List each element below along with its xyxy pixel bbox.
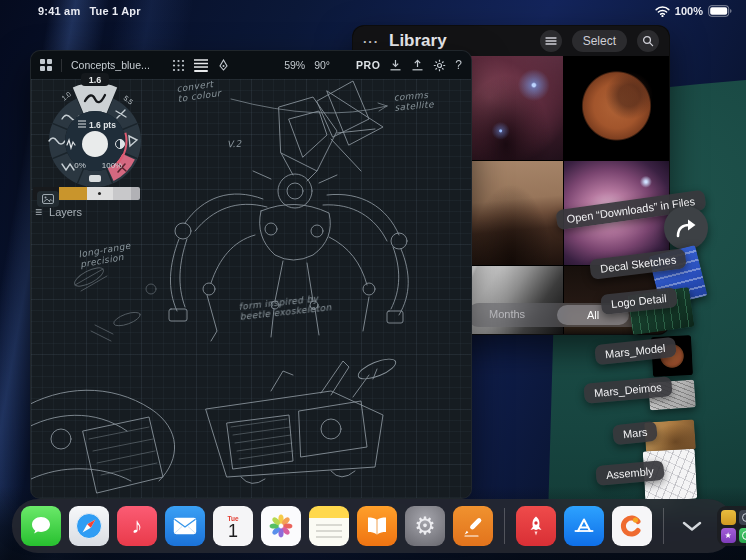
concepts-app-window: convertto colour commssatellite V.2 long…	[30, 50, 472, 499]
dock-divider	[504, 508, 505, 544]
library-title: Library	[389, 31, 447, 51]
safari-compass-icon	[74, 511, 104, 541]
photo-mars-globe[interactable]	[564, 56, 669, 160]
c-swirl-icon	[619, 513, 645, 539]
layers-panel-toggle[interactable]	[194, 59, 208, 72]
dock-app-settings[interactable]: ⚙	[405, 506, 445, 546]
annotation-version: V.2	[227, 138, 242, 149]
dock-app-rocket[interactable]	[516, 506, 556, 546]
right-tool-size: 5.5	[122, 94, 134, 106]
mail-envelope-icon	[173, 517, 197, 535]
filter-button[interactable]	[540, 30, 562, 52]
left-tool-size: 1.0	[60, 90, 72, 102]
size-readout: 1.6 pts	[89, 120, 116, 130]
color-puck[interactable]	[82, 131, 108, 157]
status-bar: 9:41 amTue 1 Apr 100%	[0, 0, 746, 24]
mini-app-icon-camera	[739, 510, 746, 525]
photo-horsehead-nebula[interactable]	[459, 56, 564, 160]
rocket-icon	[524, 514, 548, 538]
opacity-min: 0%	[74, 161, 86, 170]
clock-date: 9:41 amTue 1 Apr	[38, 5, 150, 17]
pro-badge[interactable]: PRO	[356, 59, 380, 71]
annotation-beetle: form inspired bybeetle exoskeleton	[238, 292, 332, 322]
mini-app-icon-yellow	[721, 510, 736, 525]
dots-grid-icon[interactable]	[172, 59, 185, 72]
battery-percent: 100%	[675, 5, 703, 17]
photo-desert-ridge[interactable]	[459, 161, 564, 265]
opacity-max: 100%	[102, 161, 122, 170]
slice-tool-icon	[89, 175, 101, 182]
dock-app-appstore[interactable]	[564, 506, 604, 546]
share-drop-button[interactable]	[664, 206, 708, 250]
pen-icon	[460, 513, 486, 539]
dock-app-library-tile[interactable]: ★	[717, 506, 746, 546]
rotation-value[interactable]: 90°	[314, 59, 330, 71]
dock-app-music[interactable]: ♪	[117, 506, 157, 546]
mini-app-icon-green	[739, 528, 746, 543]
dock-app-calendar[interactable]: Tue 1	[213, 506, 253, 546]
document-title[interactable]: Concepts_blue...	[71, 59, 150, 71]
dock: ♪ Tue 1	[12, 499, 734, 553]
ipad-screen: ··· Library Select Months All	[0, 0, 746, 560]
mini-app-icon-star: ★	[721, 528, 736, 543]
annotation-satellite: commssatellite	[393, 89, 434, 112]
appstore-a-icon	[572, 514, 596, 538]
select-button[interactable]: Select	[572, 30, 627, 52]
search-button[interactable]	[637, 30, 659, 52]
calendar-day: 1	[228, 522, 238, 541]
annotation-convert: convertto colour	[176, 78, 222, 104]
battery-icon	[708, 5, 732, 17]
forward-arrow-icon	[673, 216, 699, 240]
import-icon[interactable]	[389, 59, 402, 72]
list-lines-icon	[545, 36, 557, 46]
dock-app-photos[interactable]	[261, 506, 301, 546]
reference-image-button[interactable]	[37, 191, 59, 207]
annotation-long-range: long-rangeprecision	[78, 241, 134, 270]
overflow-menu-button[interactable]: ···	[363, 34, 379, 49]
status-date: Tue 1 Apr	[89, 5, 140, 17]
dock-app-concepts[interactable]	[453, 506, 493, 546]
dock-divider	[663, 508, 664, 544]
pen-nib-icon[interactable]	[217, 59, 230, 72]
wifi-icon	[655, 6, 670, 17]
active-size-badge: 1.6	[89, 75, 102, 85]
search-icon	[642, 35, 654, 47]
dock-app-books[interactable]	[357, 506, 397, 546]
export-icon[interactable]	[411, 59, 424, 72]
chevron-down-icon	[682, 521, 702, 531]
messages-bubble-icon	[29, 514, 53, 538]
window-grid-icon[interactable]	[40, 59, 52, 71]
dock-app-c[interactable]	[612, 506, 652, 546]
zoom-level[interactable]: 59%	[284, 59, 305, 71]
help-button[interactable]: ?	[455, 58, 462, 72]
dock-app-safari[interactable]	[69, 506, 109, 546]
tab-months[interactable]: Months	[489, 308, 525, 320]
dock-collapse-button[interactable]	[677, 511, 707, 541]
photos-flower-icon	[267, 512, 295, 540]
gear-glyph-icon: ⚙	[414, 512, 436, 540]
dock-app-messages[interactable]	[21, 506, 61, 546]
open-book-icon	[365, 516, 389, 536]
music-note-icon: ♪	[132, 513, 143, 539]
dock-app-notes[interactable]	[309, 506, 349, 546]
gear-icon[interactable]	[433, 59, 446, 72]
dock-app-mail[interactable]	[165, 506, 205, 546]
status-time: 9:41 am	[38, 5, 80, 17]
